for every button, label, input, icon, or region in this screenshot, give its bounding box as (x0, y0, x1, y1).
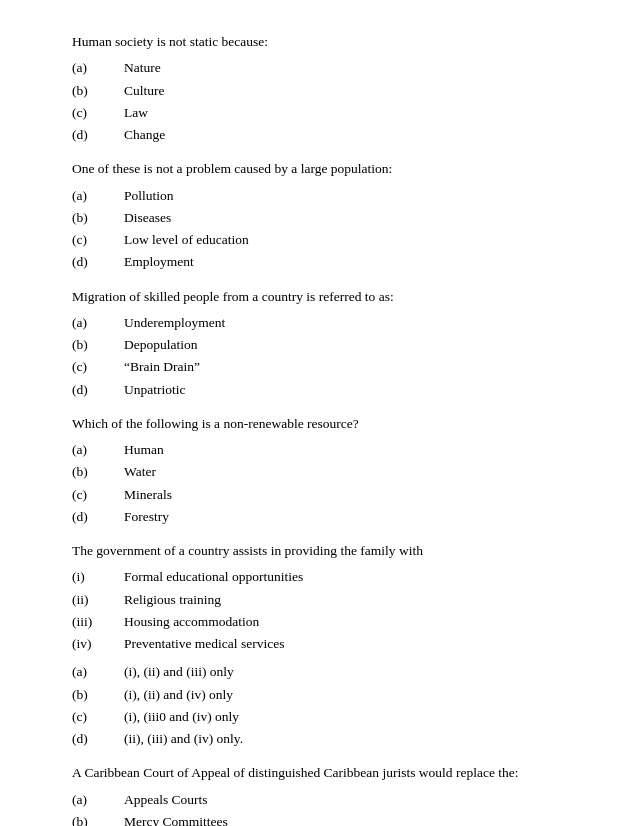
list-item: (c) Minerals (72, 485, 566, 505)
question-6: A Caribbean Court of Appeal of distingui… (72, 763, 566, 826)
list-item: (c) “Brain Drain” (72, 357, 566, 377)
list-item: (a) Underemployment (72, 313, 566, 333)
list-item: (b) Culture (72, 81, 566, 101)
question-5: The government of a country assists in p… (72, 541, 566, 749)
option-text: Mercy Committees (124, 812, 566, 826)
question-1-options: (a) Nature (b) Culture (c) Law (d) Chang… (72, 58, 566, 145)
question-4-text: Which of the following is a non-renewabl… (72, 414, 566, 434)
option-label: (c) (72, 485, 124, 505)
option-label: (d) (72, 252, 124, 272)
list-item: (a) Pollution (72, 186, 566, 206)
option-label: (b) (72, 208, 124, 228)
option-text: Employment (124, 252, 566, 272)
question-2-options: (a) Pollution (b) Diseases (c) Low level… (72, 186, 566, 273)
option-label: (d) (72, 729, 124, 749)
option-label: (b) (72, 685, 124, 705)
option-text: Nature (124, 58, 566, 78)
option-text: Religious training (124, 590, 566, 610)
list-item: (d) Unpatriotic (72, 380, 566, 400)
option-text: Forestry (124, 507, 566, 527)
option-text: (ii), (iii) and (iv) only. (124, 729, 566, 749)
list-item: (b) (i), (ii) and (iv) only (72, 685, 566, 705)
option-text: Underemployment (124, 313, 566, 333)
option-label: (a) (72, 313, 124, 333)
option-text: Preventative medical services (124, 634, 566, 654)
list-item: (b) Diseases (72, 208, 566, 228)
question-4-options: (a) Human (b) Water (c) Minerals (d) For… (72, 440, 566, 527)
question-5-sub-options: (i) Formal educational opportunities (ii… (72, 567, 566, 654)
list-item: (c) Low level of education (72, 230, 566, 250)
option-text: Formal educational opportunities (124, 567, 566, 587)
option-text: Appeals Courts (124, 790, 566, 810)
list-item: (i) Formal educational opportunities (72, 567, 566, 587)
option-label: (a) (72, 440, 124, 460)
list-item: (b) Water (72, 462, 566, 482)
option-text: Pollution (124, 186, 566, 206)
option-label: (b) (72, 462, 124, 482)
question-3-options: (a) Underemployment (b) Depopulation (c)… (72, 313, 566, 400)
question-1: Human society is not static because: (a)… (72, 32, 566, 145)
option-text: (i), (ii) and (iv) only (124, 685, 566, 705)
option-label: (a) (72, 662, 124, 682)
option-text: Change (124, 125, 566, 145)
option-text: “Brain Drain” (124, 357, 566, 377)
option-label: (c) (72, 707, 124, 727)
option-label: (d) (72, 507, 124, 527)
question-5-options: (a) (i), (ii) and (iii) only (b) (i), (i… (72, 662, 566, 749)
option-text: Water (124, 462, 566, 482)
list-item: (c) Law (72, 103, 566, 123)
question-6-options: (a) Appeals Courts (b) Mercy Committees … (72, 790, 566, 827)
option-text: (i), (ii) and (iii) only (124, 662, 566, 682)
option-text: Housing accommodation (124, 612, 566, 632)
question-6-text: A Caribbean Court of Appeal of distingui… (72, 763, 566, 783)
page: Human society is not static because: (a)… (0, 0, 638, 826)
option-label: (a) (72, 58, 124, 78)
option-label: (a) (72, 186, 124, 206)
list-item: (ii) Religious training (72, 590, 566, 610)
list-item: (d) Change (72, 125, 566, 145)
option-text: (i), (iii0 and (iv) only (124, 707, 566, 727)
option-label: (ii) (72, 590, 124, 610)
option-text: Depopulation (124, 335, 566, 355)
question-2-text: One of these is not a problem caused by … (72, 159, 566, 179)
question-4: Which of the following is a non-renewabl… (72, 414, 566, 527)
list-item: (a) Human (72, 440, 566, 460)
list-item: (iv) Preventative medical services (72, 634, 566, 654)
option-label: (c) (72, 103, 124, 123)
option-label: (c) (72, 230, 124, 250)
list-item: (a) Nature (72, 58, 566, 78)
option-text: Minerals (124, 485, 566, 505)
question-5-text: The government of a country assists in p… (72, 541, 566, 561)
option-label: (a) (72, 790, 124, 810)
option-text: Human (124, 440, 566, 460)
question-3-text: Migration of skilled people from a count… (72, 287, 566, 307)
option-label: (iii) (72, 612, 124, 632)
option-text: Diseases (124, 208, 566, 228)
list-item: (b) Mercy Committees (72, 812, 566, 826)
option-label: (d) (72, 380, 124, 400)
list-item: (d) (ii), (iii) and (iv) only. (72, 729, 566, 749)
option-label: (d) (72, 125, 124, 145)
question-3: Migration of skilled people from a count… (72, 287, 566, 400)
option-text: Culture (124, 81, 566, 101)
list-item: (a) Appeals Courts (72, 790, 566, 810)
option-label: (iv) (72, 634, 124, 654)
list-item: (a) (i), (ii) and (iii) only (72, 662, 566, 682)
option-text: Law (124, 103, 566, 123)
list-item: (b) Depopulation (72, 335, 566, 355)
option-label: (b) (72, 812, 124, 826)
list-item: (d) Employment (72, 252, 566, 272)
question-1-text: Human society is not static because: (72, 32, 566, 52)
list-item: (d) Forestry (72, 507, 566, 527)
question-2: One of these is not a problem caused by … (72, 159, 566, 272)
option-label: (c) (72, 357, 124, 377)
option-text: Low level of education (124, 230, 566, 250)
option-label: (i) (72, 567, 124, 587)
list-item: (c) (i), (iii0 and (iv) only (72, 707, 566, 727)
list-item: (iii) Housing accommodation (72, 612, 566, 632)
option-label: (b) (72, 81, 124, 101)
option-text: Unpatriotic (124, 380, 566, 400)
option-label: (b) (72, 335, 124, 355)
